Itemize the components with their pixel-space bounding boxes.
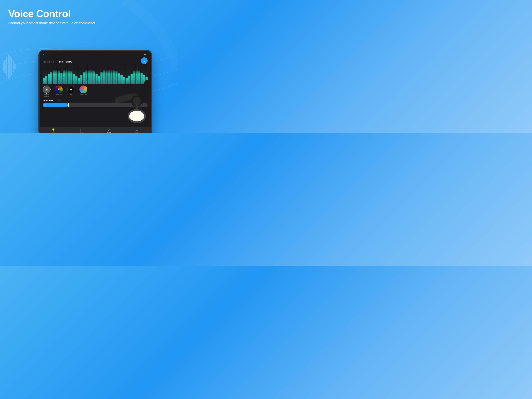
eq-bar-segment: [63, 77, 65, 78]
eq-bar-segment: [48, 65, 50, 65]
eq-bar-segment: [123, 68, 125, 68]
eq-bar-segment: [105, 74, 108, 75]
eq-bar-segment: [65, 71, 68, 72]
eq-bar-segment: [85, 82, 88, 83]
eq-bar-segment: [110, 79, 113, 80]
eq-bar-segment: [133, 76, 135, 77]
eq-bar-segment: [50, 75, 52, 76]
eq-bar-segment: [80, 78, 82, 79]
eq-bar-segment: [68, 80, 70, 81]
eq-bar-segment: [143, 65, 145, 65]
eq-bar-segment: [105, 72, 108, 73]
eq-bar-segment: [93, 66, 95, 66]
eq-bar-segment: [58, 68, 60, 68]
eq-bar-segment: [63, 71, 65, 71]
eq-bar-segment: [110, 74, 113, 75]
more-options-button[interactable]: •••: [144, 53, 147, 56]
eq-bar-segment: [133, 71, 135, 71]
genre-jazz[interactable]: ▶ jazz: [67, 85, 75, 97]
nav-mode[interactable]: ⊙ Mode: [67, 127, 95, 133]
eq-bar-segment: [80, 65, 82, 65]
eq-bar-segment: [53, 74, 55, 75]
eq-bar-segment: [108, 65, 110, 65]
eq-bar-segment: [78, 78, 80, 79]
eq-bar-segment: [78, 71, 80, 71]
eq-bar-segment: [98, 66, 100, 66]
eq-bar-segment: [85, 65, 88, 65]
eq-bar-segment: [83, 79, 85, 80]
eq-bar-segment: [45, 74, 47, 75]
eq-bar-segment: [140, 72, 143, 73]
eq-bar-segment: [78, 66, 80, 66]
eq-bar-segment: [60, 65, 63, 65]
eq-bar-segment: [110, 83, 113, 84]
eq-bar-segment: [75, 83, 77, 84]
eq-bar-segment: [55, 79, 57, 80]
eq-bar-segment: [135, 67, 138, 67]
eq-bar-segment: [48, 67, 50, 67]
eq-bar-segment: [73, 72, 75, 73]
eq-bar-segment: [140, 71, 143, 72]
eq-bar-segment: [98, 78, 100, 79]
eq-bar-segment: [60, 70, 63, 70]
eq-bar-segment: [108, 79, 110, 80]
eq-bar-segment: [85, 79, 88, 80]
eq-bar-segment: [75, 74, 77, 75]
brightness-label: Brightness: [43, 99, 53, 102]
eq-bar-segment: [126, 79, 128, 80]
eq-bar-segment: [53, 72, 55, 73]
eq-bar-segment: [78, 75, 80, 76]
eq-bar-segment: [75, 71, 77, 72]
eq-bar-segment: [55, 75, 57, 76]
eq-bar-segment: [63, 79, 65, 80]
eq-bar-segment: [140, 77, 143, 78]
genre-rock-label: rock 'n roll: [80, 94, 87, 96]
eq-bar-segment: [105, 77, 108, 78]
eq-bar-segment: [95, 77, 98, 78]
eq-bar-segment: [105, 70, 108, 70]
eq-bar-segment: [60, 66, 63, 66]
eq-bar-segment: [85, 68, 88, 68]
eq-bar-segment: [98, 70, 100, 70]
tab-radio-rhythm[interactable]: Radio Rhythm: [58, 61, 72, 64]
back-button[interactable]: ‹: [43, 53, 44, 56]
eq-bar-segment: [120, 66, 123, 66]
eq-bar-segment: [135, 74, 138, 75]
eq-bar-segment: [133, 79, 135, 80]
music-fab-button[interactable]: ♫: [141, 57, 147, 64]
eq-bar-segment: [133, 78, 135, 79]
eq-bar-segment: [146, 68, 147, 68]
eq-bar-segment: [90, 79, 93, 80]
eq-bar-segment: [50, 74, 52, 75]
eq-bar-segment: [43, 82, 45, 83]
nav-light-label: Light: [52, 132, 55, 133]
eq-bar-segment: [103, 83, 105, 84]
nav-rhythm[interactable]: ♫ Rhythm: [95, 127, 123, 133]
eq-bar-segment: [90, 82, 93, 83]
eq-bar-group: [85, 65, 88, 84]
eq-bar-segment: [80, 75, 82, 76]
eq-bar-group: [50, 65, 52, 84]
eq-bar-segment: [43, 65, 45, 65]
eq-bar-segment: [98, 80, 100, 81]
eq-bar-segment: [101, 68, 102, 68]
tab-app-rhythm[interactable]: App Rhythm: [43, 61, 54, 64]
eq-bar-segment: [48, 76, 50, 77]
eq-bar-segment: [65, 66, 68, 66]
eq-bar-segment: [123, 73, 125, 74]
genre-rock[interactable]: rock 'n roll: [79, 85, 87, 97]
eq-bar-segment: [110, 72, 113, 73]
eq-bar-segment: [53, 65, 55, 65]
eq-bar-segment: [68, 66, 70, 66]
brightness-slider-thumb[interactable]: [68, 103, 69, 107]
nav-more[interactable]: ⠿ More: [123, 127, 151, 133]
genre-classical[interactable]: ⏸ classical: [55, 85, 63, 97]
eq-bar-segment: [48, 68, 50, 68]
eq-bar-segment: [101, 82, 102, 83]
eq-bar-segment: [110, 71, 113, 71]
eq-bar-segment: [63, 72, 65, 73]
eq-bar-segment: [58, 76, 60, 77]
eq-bar-segment: [95, 66, 98, 66]
nav-light[interactable]: 💡 Light: [39, 127, 67, 133]
eq-bar-segment: [83, 81, 85, 82]
